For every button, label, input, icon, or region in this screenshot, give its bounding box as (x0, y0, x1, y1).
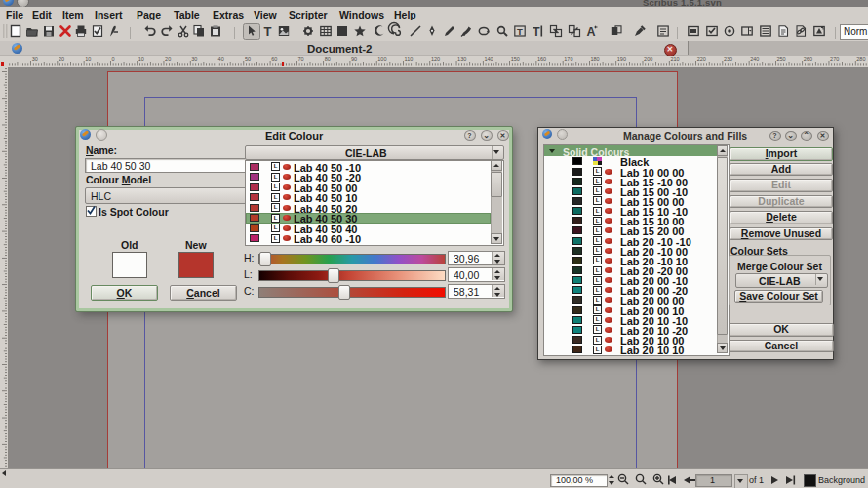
svg-text:T: T (517, 26, 523, 37)
svg-text:T: T (264, 24, 272, 39)
svg-text:A: A (586, 25, 595, 39)
svg-text:T: T (533, 25, 540, 39)
